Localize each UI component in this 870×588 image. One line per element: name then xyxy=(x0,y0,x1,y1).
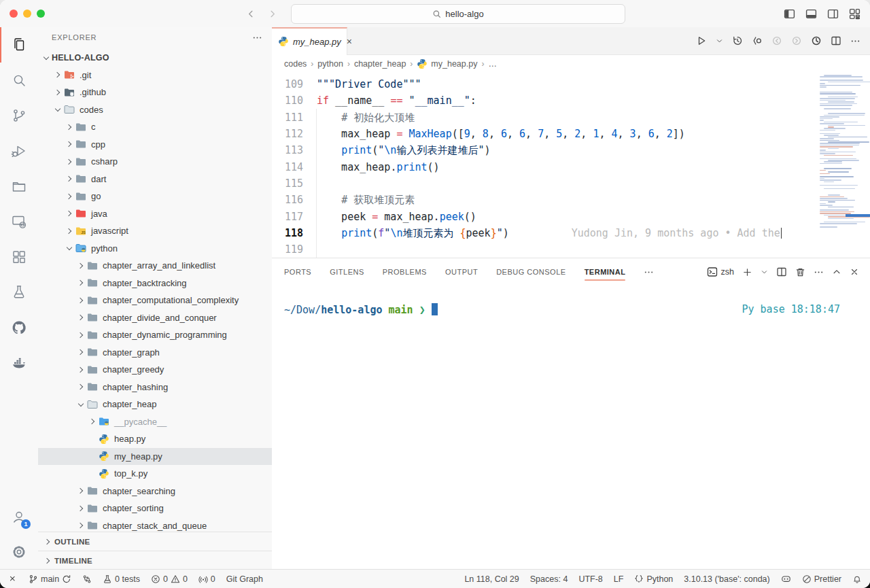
tree-item-chapter-stack-and-queue[interactable]: chapter_stack_and_queue xyxy=(38,517,272,534)
activity-item-remote-explorer[interactable] xyxy=(0,204,38,239)
panel-more-actions-icon[interactable] xyxy=(814,267,824,277)
close-tab-icon[interactable]: × xyxy=(347,36,352,47)
minimize-window-button[interactable] xyxy=(23,10,31,18)
tree-item-javascript[interactable]: JSjavascript xyxy=(38,222,272,240)
activity-item-explorer[interactable] xyxy=(0,27,38,63)
next-change-icon[interactable] xyxy=(791,35,802,46)
activity-item-accounts[interactable]: 1 xyxy=(0,499,38,534)
tree-item-chapter-graph[interactable]: chapter_graph xyxy=(38,344,272,362)
activity-item-project-folder[interactable] xyxy=(0,169,38,204)
open-changes-icon[interactable] xyxy=(752,35,763,46)
tree-item-python[interactable]: python xyxy=(38,240,272,258)
status-git-compare[interactable] xyxy=(82,574,92,584)
status-cursor-position[interactable]: Ln 118, Col 29 xyxy=(464,574,519,584)
status-notifications[interactable] xyxy=(852,574,862,584)
tree-item-my-heap-py[interactable]: my_heap.py xyxy=(38,448,272,466)
run-python-file-icon[interactable] xyxy=(696,35,707,46)
outline-section[interactable]: OUTLINE xyxy=(38,532,272,551)
status-git-graph[interactable]: Git Graph xyxy=(226,574,263,584)
status-encoding[interactable]: UTF-8 xyxy=(578,574,602,584)
panel-tab-problems[interactable]: PROBLEMS xyxy=(383,258,427,286)
tree-item-hello-algo[interactable]: HELLO-ALGO xyxy=(38,49,272,67)
panel-tab-output[interactable]: OUTPUT xyxy=(445,258,478,286)
tree-item-c[interactable]: c xyxy=(38,118,272,136)
tree-item-java[interactable]: java xyxy=(38,205,272,223)
previous-change-icon[interactable] xyxy=(771,35,782,46)
tree-item-csharp[interactable]: csharp xyxy=(38,153,272,171)
status-tests[interactable]: 0 tests xyxy=(103,574,140,584)
status-branch-sync[interactable]: main xyxy=(29,574,71,584)
panel-tab-ports[interactable]: PORTS xyxy=(284,258,311,286)
tree-item-chapter-hashing[interactable]: chapter_hashing xyxy=(38,379,272,396)
tree-item-codes[interactable]: codes xyxy=(38,101,272,119)
zoom-window-button[interactable] xyxy=(37,10,45,18)
activity-item-settings[interactable] xyxy=(0,534,38,570)
panel-tab-gitlens[interactable]: GITLENS xyxy=(330,258,364,286)
tree-item-top-k-py[interactable]: top_k.py xyxy=(38,465,272,483)
command-center-search[interactable]: hello-algo xyxy=(291,4,625,24)
breadcrumb-item[interactable]: codes xyxy=(284,59,307,69)
tree-item-chapter-backtracking[interactable]: chapter_backtracking xyxy=(38,275,272,292)
maximize-panel-icon[interactable] xyxy=(832,267,841,277)
explorer-more-actions-icon[interactable] xyxy=(252,33,262,43)
activity-item-source-control[interactable] xyxy=(0,98,38,133)
minimap[interactable] xyxy=(812,72,870,234)
status-remote-indicator[interactable] xyxy=(8,574,18,584)
back-icon[interactable] xyxy=(246,9,256,19)
run-dropdown-icon[interactable] xyxy=(716,37,723,45)
tree-item-chapter-dynamic-programming[interactable]: chapter_dynamic_programming xyxy=(38,326,272,344)
breadcrumb-item[interactable]: my_heap.py xyxy=(417,58,477,69)
tree-item-chapter-searching[interactable]: chapter_searching xyxy=(38,483,272,500)
tree-item-chapter-divide-and-conquer[interactable]: chapter_divide_and_conquer xyxy=(38,309,272,327)
tree-item--pycache-[interactable]: __pycache__ xyxy=(38,413,272,431)
status-problems[interactable]: 00 xyxy=(151,574,188,584)
status-language-mode[interactable]: Python xyxy=(634,574,673,584)
close-panel-icon[interactable] xyxy=(850,267,859,277)
toggle-panel-icon[interactable] xyxy=(805,8,817,20)
file-history-icon[interactable] xyxy=(732,35,743,46)
panel-tab-debug-console[interactable]: DEBUG CONSOLE xyxy=(496,258,566,286)
activity-item-search[interactable] xyxy=(0,63,38,98)
breadcrumb-item[interactable]: … xyxy=(488,59,497,69)
tree-item-chapter-array-and-linkedlist[interactable]: chapter_array_and_linkedlist xyxy=(38,257,272,275)
editor-more-actions-icon[interactable] xyxy=(850,36,860,46)
activity-item-extensions[interactable] xyxy=(0,239,38,275)
tree-item-heap-py[interactable]: heap.py xyxy=(38,430,272,448)
tree-item-cpp[interactable]: cpp xyxy=(38,136,272,154)
panel-more-views-icon[interactable] xyxy=(644,267,654,277)
tree-item-chapter-computational-complexity[interactable]: chapter_computational_complexity xyxy=(38,292,272,309)
tree-item--git[interactable]: .git xyxy=(38,67,272,84)
split-editor-icon[interactable] xyxy=(831,35,841,46)
kill-terminal-icon[interactable] xyxy=(795,267,805,277)
tree-item-dart[interactable]: dart xyxy=(38,171,272,188)
status-prettier[interactable]: Prettier xyxy=(802,574,841,584)
split-terminal-icon[interactable] xyxy=(776,266,787,277)
terminal[interactable]: ~/Dow/hello-algo main ❯ Py base 18:18:47 xyxy=(272,286,870,316)
status-indentation[interactable]: Spaces: 4 xyxy=(530,574,568,584)
customize-layout-icon[interactable] xyxy=(849,8,860,20)
activity-item-docker[interactable] xyxy=(0,345,38,381)
status-python-interpreter[interactable]: 3.10.13 ('base': conda) xyxy=(684,574,769,584)
activity-item-run-debug[interactable] xyxy=(0,133,38,169)
activity-item-github[interactable] xyxy=(0,310,38,345)
panel-tab-terminal[interactable]: TERMINAL xyxy=(585,258,626,286)
tree-item-chapter-sorting[interactable]: chapter_sorting xyxy=(38,500,272,517)
terminal-profile[interactable]: zsh xyxy=(707,266,734,277)
tree-item-chapter-heap[interactable]: chapter_heap xyxy=(38,396,272,413)
new-terminal-icon[interactable] xyxy=(742,267,752,277)
activity-item-testing[interactable] xyxy=(0,275,38,310)
tree-item--github[interactable]: .github xyxy=(38,84,272,101)
breadcrumb-item[interactable]: python xyxy=(317,59,343,69)
tab-my-heap[interactable]: my_heap.py × xyxy=(272,27,347,54)
toggle-secondary-sidebar-icon[interactable] xyxy=(827,8,839,20)
forward-icon[interactable] xyxy=(267,9,277,19)
gitlens-graph-icon[interactable] xyxy=(811,35,822,46)
code-editor[interactable]: 109"""Driver Code"""110if __name__ == "_… xyxy=(272,72,870,258)
close-window-button[interactable] xyxy=(10,10,18,18)
terminal-dropdown-icon[interactable] xyxy=(761,269,768,276)
status-copilot[interactable] xyxy=(781,574,791,584)
toggle-primary-sidebar-icon[interactable] xyxy=(784,8,795,20)
breadcrumb-item[interactable]: chapter_heap xyxy=(354,59,406,69)
tree-item-go[interactable]: go xyxy=(38,188,272,205)
status-ports[interactable]: 0 xyxy=(198,574,215,584)
